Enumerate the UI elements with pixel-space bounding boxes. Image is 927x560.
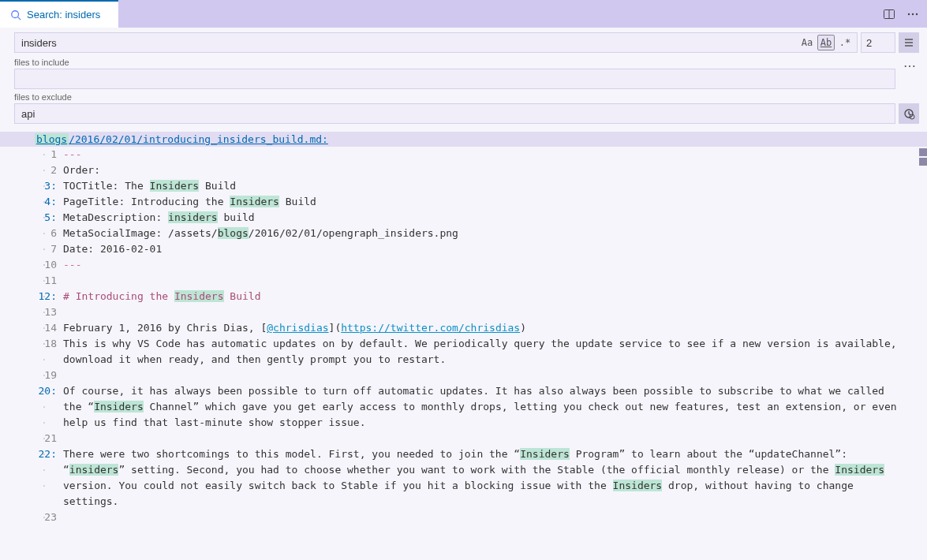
gutter (3, 352, 63, 368)
result-file-header[interactable]: blogs/2016/02/01/introducing_insiders_bu… (0, 132, 927, 147)
code-line[interactable]: 20Of course, it has always been possible… (0, 383, 927, 399)
line-number: 19 (3, 368, 63, 383)
line-content: Date: 2016-02-01 (63, 241, 927, 257)
code-line[interactable]: version. You could not easily switch bac… (0, 478, 927, 510)
line-number: 2 (3, 162, 63, 178)
search-results: blogs/2016/02/01/introducing_insiders_bu… (0, 129, 927, 528)
line-number: 3 (3, 178, 63, 194)
code-line[interactable]: “insiders” setting. Second, you had to c… (0, 462, 927, 478)
line-number: 21 (3, 431, 63, 446)
line-content (63, 431, 927, 446)
line-content: --- (63, 257, 927, 273)
code-line[interactable]: 7Date: 2016-02-01 (0, 241, 927, 257)
line-content: MetaSocialImage: /assets/blogs/2016/02/0… (63, 226, 927, 241)
code-line[interactable]: 6MetaSocialImage: /assets/blogs/2016/02/… (0, 226, 927, 241)
code-line[interactable]: 12# Introducing the Insiders Build (0, 289, 927, 304)
line-number: 1 (3, 147, 63, 162)
use-exclusions-icon[interactable] (899, 103, 919, 124)
search-input-wrap: Aa Ab .* (14, 32, 858, 53)
tab-label: Search: insiders (27, 9, 100, 21)
gutter (3, 399, 63, 415)
result-count: 2 (861, 32, 895, 53)
files-include-label: files to include (14, 58, 895, 67)
more-actions-icon[interactable] (903, 5, 922, 24)
line-content: PageTitle: Introducing the Insiders Buil… (63, 194, 927, 210)
search-icon (9, 9, 22, 21)
whole-word-icon[interactable]: Ab (817, 35, 835, 50)
line-content: version. You could not easily switch bac… (63, 478, 927, 510)
line-number: 18 (3, 336, 63, 352)
match-case-icon[interactable]: Aa (798, 35, 816, 50)
code-line[interactable]: 18This is why VS Code has automatic upda… (0, 336, 927, 352)
code-line[interactable]: 3TOCTitle: The Insiders Build (0, 178, 927, 194)
svg-point-4 (908, 13, 910, 14)
tab-search[interactable]: Search: insiders (0, 0, 118, 28)
line-content: # Introducing the Insiders Build (63, 289, 927, 304)
line-content: This is why VS Code has automatic update… (63, 336, 927, 352)
files-exclude-input[interactable] (15, 108, 895, 120)
code-line[interactable]: 13 (0, 304, 927, 320)
gutter (3, 462, 63, 478)
line-number: 7 (3, 241, 63, 257)
line-content: Of course, it has always been possible t… (63, 383, 927, 399)
tab-bar: Search: insiders (0, 0, 927, 28)
line-content: TOCTitle: The Insiders Build (63, 178, 927, 194)
code-line[interactable]: 11 (0, 273, 927, 289)
line-content: Order: (63, 162, 927, 178)
collapse-results-icon[interactable] (899, 32, 919, 53)
line-number: 13 (3, 304, 63, 320)
search-panel: Aa Ab .* 2 files to include ⋯ files to e… (0, 28, 927, 129)
code-line[interactable]: 1--- (0, 147, 927, 162)
svg-point-5 (912, 13, 914, 14)
code-line[interactable]: 19 (0, 368, 927, 383)
code-line[interactable]: 10--- (0, 257, 927, 273)
svg-point-6 (916, 13, 918, 14)
code-line[interactable]: download it when ready, and then gently … (0, 352, 927, 368)
line-number: 6 (3, 226, 63, 241)
code-line[interactable]: the “Insiders Channel” which gave you ge… (0, 399, 927, 415)
files-exclude-label: files to exclude (14, 92, 919, 102)
line-content: February 1, 2016 by Chris Dias, [@chrisd… (63, 320, 927, 336)
code-line[interactable]: 5MetaDescription: insiders build (0, 210, 927, 226)
line-number: 11 (3, 273, 63, 289)
svg-point-0 (12, 10, 19, 17)
line-number: 22 (3, 446, 63, 462)
code-line[interactable]: 23 (0, 510, 927, 525)
minimap[interactable] (916, 148, 927, 543)
line-content: help us find that last-minute show stopp… (63, 415, 927, 431)
line-content: “insiders” setting. Second, you had to c… (63, 462, 927, 478)
result-code-area[interactable]: 1---2Order:3TOCTitle: The Insiders Build… (0, 147, 927, 525)
line-content: There were two shortcomings to this mode… (63, 446, 927, 462)
line-content (63, 304, 927, 320)
search-input[interactable] (15, 37, 798, 49)
line-number: 5 (3, 210, 63, 226)
line-number: 10 (3, 257, 63, 273)
line-number: 23 (3, 510, 63, 525)
code-line[interactable]: 14February 1, 2016 by Chris Dias, [@chri… (0, 320, 927, 336)
line-content: MetaDescription: insiders build (63, 210, 927, 226)
line-content: the “Insiders Channel” which gave you ge… (63, 399, 927, 415)
svg-line-1 (18, 17, 21, 20)
gutter (3, 478, 63, 510)
regex-icon[interactable]: .* (836, 35, 854, 50)
code-line[interactable]: 22There were two shortcomings to this mo… (0, 446, 927, 462)
split-editor-icon[interactable] (880, 5, 899, 24)
code-line[interactable]: 4PageTitle: Introducing the Insiders Bui… (0, 194, 927, 210)
code-line[interactable]: 2Order: (0, 162, 927, 178)
gutter (3, 415, 63, 431)
line-content: download it when ready, and then gently … (63, 352, 927, 368)
line-content (63, 510, 927, 525)
line-number: 14 (3, 320, 63, 336)
titlebar-actions (875, 0, 927, 28)
line-content: --- (63, 147, 927, 162)
line-number: 4 (3, 194, 63, 210)
line-content (63, 273, 927, 289)
code-line[interactable]: 21 (0, 431, 927, 446)
line-content (63, 368, 927, 383)
code-line[interactable]: help us find that last-minute show stopp… (0, 415, 927, 431)
line-number: 12 (3, 289, 63, 304)
toggle-search-details-icon[interactable]: ⋯ (900, 56, 919, 75)
files-include-input[interactable] (15, 73, 895, 85)
line-number: 20 (3, 383, 63, 399)
